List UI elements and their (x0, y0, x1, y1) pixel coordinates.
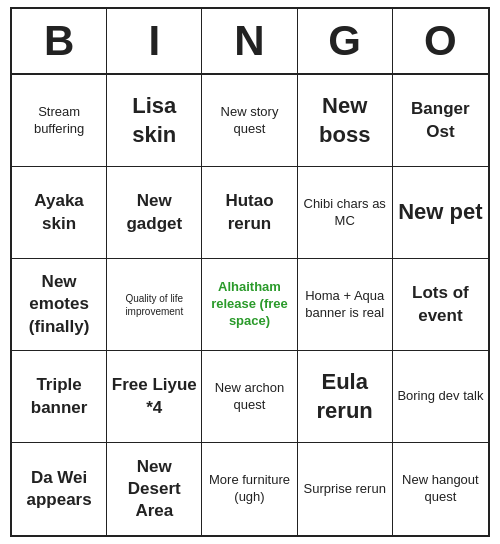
letter-b: B (12, 9, 107, 73)
bingo-cell-3: New boss (298, 75, 393, 167)
bingo-cell-10: New emotes (finally) (12, 259, 107, 351)
letter-i: I (107, 9, 202, 73)
bingo-cell-12: Alhaitham release (free space) (202, 259, 297, 351)
bingo-cell-5: Ayaka skin (12, 167, 107, 259)
bingo-cell-19: Boring dev talk (393, 351, 488, 443)
bingo-cell-9: New pet (393, 167, 488, 259)
bingo-cell-1: Lisa skin (107, 75, 202, 167)
bingo-cell-17: New archon quest (202, 351, 297, 443)
bingo-cell-13: Homa + Aqua banner is real (298, 259, 393, 351)
bingo-cell-4: Banger Ost (393, 75, 488, 167)
bingo-cell-14: Lots of event (393, 259, 488, 351)
bingo-cell-15: Triple banner (12, 351, 107, 443)
bingo-card: B I N G O Stream bufferingLisa skinNew s… (10, 7, 490, 537)
bingo-cell-24: New hangout quest (393, 443, 488, 535)
bingo-cell-6: New gadget (107, 167, 202, 259)
bingo-cell-7: Hutao rerun (202, 167, 297, 259)
bingo-cell-21: New Desert Area (107, 443, 202, 535)
bingo-cell-2: New story quest (202, 75, 297, 167)
letter-o: O (393, 9, 488, 73)
bingo-cell-22: More furniture (ugh) (202, 443, 297, 535)
bingo-cell-20: Da Wei appears (12, 443, 107, 535)
bingo-header: B I N G O (12, 9, 488, 75)
bingo-cell-0: Stream buffering (12, 75, 107, 167)
bingo-cell-8: Chibi chars as MC (298, 167, 393, 259)
bingo-cell-16: Free Liyue *4 (107, 351, 202, 443)
letter-g: G (298, 9, 393, 73)
bingo-cell-11: Quality of life improvement (107, 259, 202, 351)
letter-n: N (202, 9, 297, 73)
bingo-cell-18: Eula rerun (298, 351, 393, 443)
bingo-cell-23: Surprise rerun (298, 443, 393, 535)
bingo-grid: Stream bufferingLisa skinNew story quest… (12, 75, 488, 535)
